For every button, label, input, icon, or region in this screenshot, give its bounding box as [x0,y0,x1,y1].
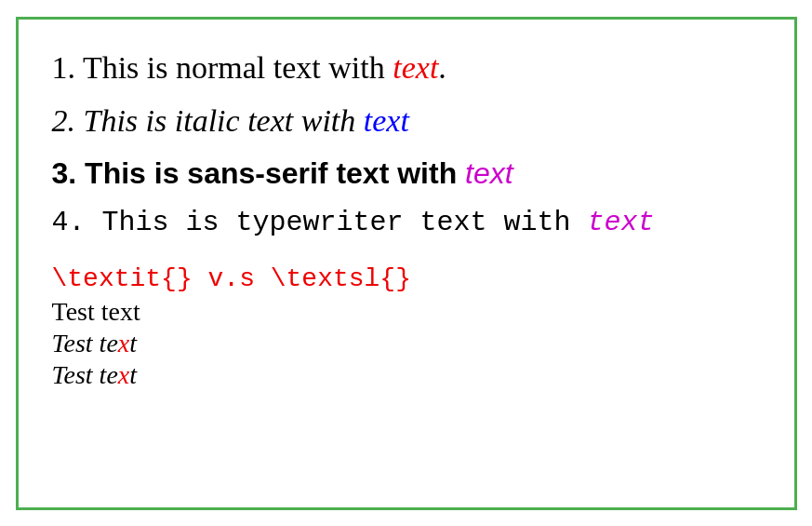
line3-prefix: 3. This is sans-serif text with [52,156,466,190]
test-italic2-test: Test te [52,360,118,389]
page-container: 1. This is normal text with text. 2. Thi… [0,0,812,526]
line-1: 1. This is normal text with text. [52,46,761,90]
line2-prefix: 2. This is italic text with [52,103,364,138]
line3-highlight: text [465,156,513,190]
line1-highlight: text [393,50,438,85]
test-italic1-t: t [129,329,137,357]
test-italic2-t: t [129,360,137,389]
line-2: 2. This is italic text with text [52,99,761,143]
test-italic1-x: x [118,329,129,357]
test-italic2-x: x [118,360,129,389]
line1-suffix: . [438,50,446,85]
test-row-italic2: Test text [52,360,761,390]
test-row-italic1: Test text [52,329,761,358]
line4-highlight: text [588,207,655,238]
cmd-line: \textit{} v.s \textsl{} [52,264,761,293]
test-normal-text: Test text [52,297,140,326]
cmd-textit: \textit{} [52,264,193,293]
line-4: 4. This is typewriter text with text [52,203,761,242]
test-italic1-test: Test te [52,329,118,357]
line-3: 3. This is sans-serif text with text [52,153,761,195]
line2-highlight: text [364,103,409,138]
cmd-vs: v.s [193,264,271,293]
line4-prefix: 4. This is typewriter text with [52,207,588,238]
test-row-normal: Test text [52,297,761,327]
line1-prefix: 1. This is normal text with [52,50,393,85]
content-box: 1. This is normal text with text. 2. Thi… [16,17,797,510]
cmd-textsl: \textsl{} [271,264,411,293]
